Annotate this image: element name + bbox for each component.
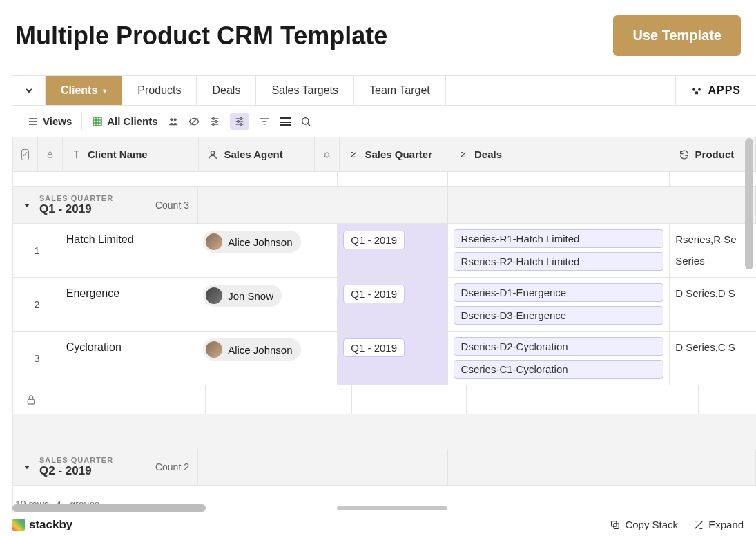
cell-product[interactable]: Rseries,R Se Series xyxy=(670,224,756,277)
deal-tag[interactable]: Dseries-D3-Energence xyxy=(454,306,664,325)
sort-button[interactable] xyxy=(259,116,270,127)
cell-product[interactable]: D Series,D S xyxy=(670,278,756,331)
cell-sales-agent[interactable]: Alice Johnson xyxy=(197,224,338,277)
vertical-scrollbar[interactable] xyxy=(745,138,753,269)
deal-tag[interactable]: Dseries-D1-Energence xyxy=(454,283,664,302)
spacer-row xyxy=(13,172,756,187)
all-clients-view-button[interactable]: All Clients xyxy=(92,115,157,127)
caret-down-icon[interactable] xyxy=(21,200,32,211)
tab-clients[interactable]: Clients ▾ xyxy=(46,76,122,105)
deal-tag[interactable]: Dseries-D2-Cycloration xyxy=(454,337,664,356)
cell-sales-quarter[interactable]: Q1 - 2019 xyxy=(338,224,447,277)
filter-button[interactable] xyxy=(209,116,220,127)
column-header-deals[interactable]: Deals xyxy=(449,137,670,171)
cell-client-name[interactable]: Energence xyxy=(61,278,197,331)
group-count-value: 2 xyxy=(184,461,189,472)
select-all-checkbox[interactable]: ✓ xyxy=(13,137,38,171)
group-count-label: Count xyxy=(155,200,181,211)
column-header-notify[interactable] xyxy=(315,137,340,171)
agent-name: Alice Johnson xyxy=(228,344,292,356)
use-template-button[interactable]: Use Template xyxy=(613,15,741,56)
group-value: Q2 - 2019 xyxy=(39,464,113,478)
svg-point-24 xyxy=(237,120,239,122)
view-name-label: All Clients xyxy=(107,115,157,127)
scrollbar-thumb[interactable] xyxy=(337,506,447,510)
table-row[interactable]: 3 Cycloration Alice Johnson Q1 - 2019 Ds… xyxy=(13,332,756,385)
group-header-q1-2019[interactable]: SALES QUARTER Q1 - 2019 Count 3 xyxy=(13,187,756,224)
expand-icon xyxy=(693,519,704,530)
tab-sales-targets[interactable]: Sales Targets xyxy=(256,76,354,105)
expand-button[interactable]: Expand xyxy=(693,519,744,530)
copy-icon xyxy=(610,519,621,530)
cell-client-name[interactable]: Cycloration xyxy=(61,332,197,385)
deal-tag[interactable]: Cseries-C1-Cycloration xyxy=(454,360,664,379)
tab-bar: Clients ▾ Products Deals Sales Targets T… xyxy=(12,75,756,106)
group-header-q2-2019[interactable]: SALES QUARTER Q2 - 2019 Count 2 xyxy=(13,449,756,486)
cell-sales-agent[interactable]: Alice Johnson xyxy=(197,332,338,385)
column-header-client-name[interactable]: Client Name xyxy=(63,137,199,171)
svg-rect-34 xyxy=(28,399,34,404)
tab-team-target[interactable]: Team Target xyxy=(354,76,446,105)
group-summary-row xyxy=(13,385,756,414)
cell-deals[interactable]: Rseries-R1-Hatch Limited Rseries-R2-Hatc… xyxy=(448,224,670,277)
cell-deals[interactable]: Dseries-D1-Energence Dseries-D3-Energenc… xyxy=(448,278,670,331)
row-number: 2 xyxy=(13,278,61,331)
quarter-tag[interactable]: Q1 - 2019 xyxy=(343,285,405,303)
deal-tag[interactable]: Rseries-R2-Hatch Limited xyxy=(454,252,664,271)
views-button[interactable]: Views xyxy=(28,115,72,127)
deal-tag[interactable]: Rseries-R1-Hatch Limited xyxy=(454,229,664,248)
agent-pill[interactable]: Alice Johnson xyxy=(203,338,300,361)
column-header-sales-agent[interactable]: Sales Agent xyxy=(199,137,315,171)
cell-client-name[interactable]: Hatch Limited xyxy=(61,224,197,277)
hide-columns-button[interactable] xyxy=(188,116,200,127)
svg-point-25 xyxy=(240,123,242,125)
agent-name: Alice Johnson xyxy=(228,236,292,248)
cell-sales-quarter[interactable]: Q1 - 2019 xyxy=(338,332,447,385)
copy-stack-button[interactable]: Copy Stack xyxy=(610,519,678,530)
quarter-tag[interactable]: Q1 - 2019 xyxy=(343,338,405,357)
agent-pill[interactable]: Alice Johnson xyxy=(203,231,300,253)
column-header-product[interactable]: Product xyxy=(670,137,756,171)
row-number: 1 xyxy=(13,224,61,277)
search-button[interactable] xyxy=(300,116,311,127)
grid-icon xyxy=(92,116,103,127)
group-button[interactable] xyxy=(230,113,249,130)
cell-deals[interactable]: Dseries-D2-Cycloration Cseries-C1-Cyclor… xyxy=(448,332,670,385)
group-field-label: SALES QUARTER xyxy=(39,194,113,202)
svg-marker-35 xyxy=(24,466,30,469)
brand-logo-icon xyxy=(12,519,25,531)
column-label: Product xyxy=(695,149,735,160)
table-row[interactable]: 1 Hatch Limited Alice Johnson Q1 - 2019 … xyxy=(13,224,756,278)
product-text: Rseries,R Se xyxy=(675,233,750,245)
scrollbar-thumb[interactable] xyxy=(12,504,206,512)
cell-product[interactable]: D Series,C S xyxy=(670,332,756,385)
tab-deals[interactable]: Deals xyxy=(197,76,256,105)
table-row[interactable]: 2 Energence Jon Snow Q1 - 2019 Dseries-D… xyxy=(13,278,756,332)
share-view-button[interactable] xyxy=(168,116,179,127)
brand-name: stackby xyxy=(29,518,72,532)
cell-sales-agent[interactable]: Jon Snow xyxy=(197,278,338,331)
row-height-button[interactable] xyxy=(280,117,291,126)
group-field-label: SALES QUARTER xyxy=(39,456,113,464)
avatar xyxy=(206,233,222,250)
caret-down-icon[interactable] xyxy=(21,461,32,472)
menu-icon xyxy=(28,116,39,127)
tabs-collapse-button[interactable] xyxy=(12,76,46,105)
svg-point-17 xyxy=(212,117,214,119)
row-height-icon xyxy=(280,117,291,126)
product-text: D Series,D S xyxy=(675,287,750,299)
apps-button[interactable]: APPS xyxy=(675,76,756,105)
quarter-tag[interactable]: Q1 - 2019 xyxy=(343,231,405,249)
column-label: Deals xyxy=(474,149,502,160)
avatar xyxy=(206,287,222,304)
expand-label: Expand xyxy=(708,519,744,530)
svg-point-1 xyxy=(698,88,701,91)
brand[interactable]: stackby xyxy=(12,518,72,532)
agent-pill[interactable]: Jon Snow xyxy=(203,285,282,307)
cell-sales-quarter[interactable]: Q1 - 2019 xyxy=(338,278,447,331)
group-icon xyxy=(234,116,245,127)
column-header-sales-quarter[interactable]: Sales Quarter xyxy=(340,137,449,171)
column-label: Client Name xyxy=(88,149,148,160)
sliders-icon xyxy=(209,116,220,127)
tab-products[interactable]: Products xyxy=(122,76,197,105)
